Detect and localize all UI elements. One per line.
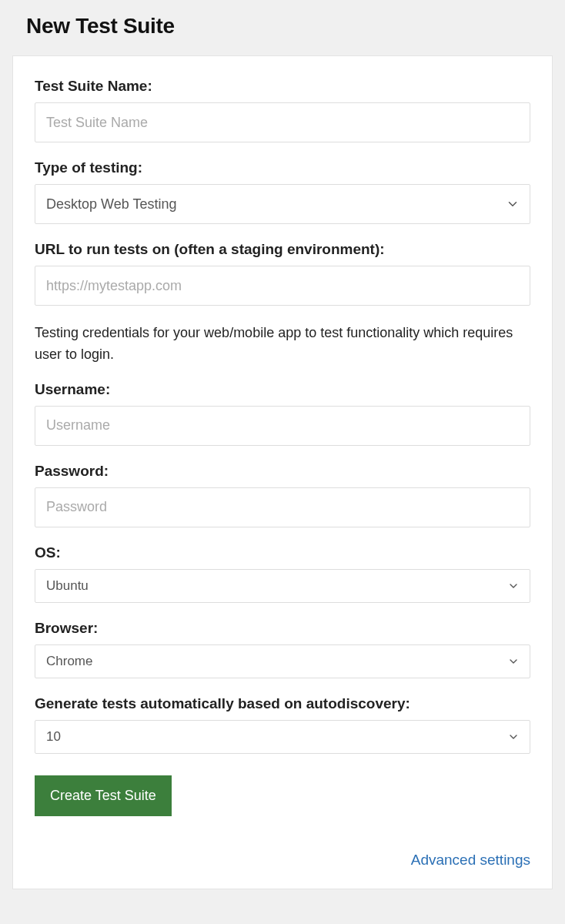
- browser-label: Browser:: [35, 620, 530, 637]
- field-group-os: OS: Ubuntu: [35, 544, 530, 603]
- field-group-url: URL to run tests on (often a staging env…: [35, 241, 530, 306]
- os-select[interactable]: Ubuntu: [35, 569, 530, 603]
- page-title: New Test Suite: [26, 14, 553, 38]
- type-select[interactable]: Desktop Web Testing: [35, 184, 530, 224]
- form-card: Test Suite Name: Type of testing: Deskto…: [12, 55, 553, 889]
- url-input[interactable]: [35, 266, 530, 306]
- name-input[interactable]: [35, 102, 530, 142]
- username-input[interactable]: [35, 406, 530, 446]
- advanced-settings-link[interactable]: Advanced settings: [411, 852, 530, 868]
- field-group-autogen: Generate tests automatically based on au…: [35, 695, 530, 754]
- field-group-name: Test Suite Name:: [35, 78, 530, 142]
- os-select-value: Ubuntu: [46, 578, 89, 594]
- create-test-suite-button[interactable]: Create Test Suite: [35, 775, 172, 816]
- autogen-label: Generate tests automatically based on au…: [35, 695, 530, 712]
- field-group-browser: Browser: Chrome: [35, 620, 530, 678]
- field-group-password: Password:: [35, 463, 530, 527]
- field-group-username: Username:: [35, 381, 530, 446]
- type-select-value: Desktop Web Testing: [46, 196, 176, 213]
- name-label: Test Suite Name:: [35, 78, 530, 95]
- autogen-select-value: 10: [46, 729, 61, 745]
- browser-select[interactable]: Chrome: [35, 644, 530, 678]
- field-group-type: Type of testing: Desktop Web Testing: [35, 159, 530, 224]
- footer-link-row: Advanced settings: [35, 852, 530, 869]
- password-input[interactable]: [35, 487, 530, 527]
- autogen-select[interactable]: 10: [35, 720, 530, 754]
- password-label: Password:: [35, 463, 530, 480]
- username-label: Username:: [35, 381, 530, 398]
- credentials-help-text: Testing credentials for your web/mobile …: [35, 323, 530, 366]
- url-label: URL to run tests on (often a staging env…: [35, 241, 530, 258]
- os-label: OS:: [35, 544, 530, 561]
- type-label: Type of testing:: [35, 159, 530, 176]
- browser-select-value: Chrome: [46, 654, 92, 669]
